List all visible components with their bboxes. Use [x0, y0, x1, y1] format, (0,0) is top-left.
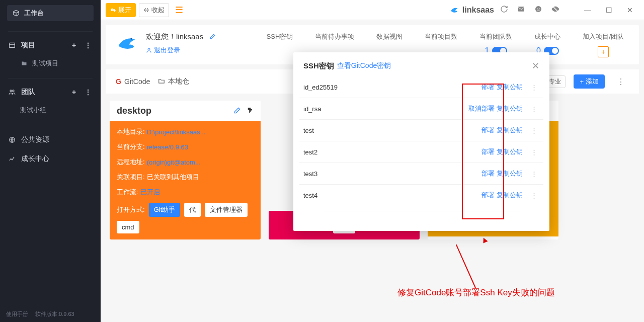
project-add-icon[interactable]: + — [69, 41, 78, 49]
sidebar-project[interactable]: 项目 + ⋮ — [0, 37, 101, 54]
deploy-action[interactable]: 部署 — [481, 147, 495, 156]
modal-close-icon[interactable]: ✕ — [532, 60, 539, 71]
stat-ssh[interactable]: SSH密钥 — [267, 32, 293, 57]
localrepo-label: 本地仓 — [168, 77, 189, 86]
version-label: 软件版本: — [35, 311, 59, 317]
sidebar-workbench[interactable]: 工作台 — [7, 5, 94, 21]
modal-link[interactable]: 查看GitCode密钥 — [337, 61, 391, 70]
card-remote[interactable]: (origin)git@atom... — [147, 158, 201, 166]
svg-point-6 — [537, 8, 537, 9]
plus-icon: + — [580, 78, 584, 86]
copy-action[interactable]: 复制公钥 — [497, 104, 523, 113]
svg-point-7 — [539, 8, 539, 9]
add-label: 添加 — [586, 77, 599, 86]
window-close[interactable]: ✕ — [621, 3, 639, 17]
svg-rect-4 — [518, 7, 524, 11]
logo-icon — [116, 32, 138, 54]
sidebar-growth[interactable]: 成长中心 — [0, 149, 101, 169]
card-edit-icon[interactable] — [233, 107, 241, 116]
ssh-key-row: test2部署复制公钥⋮ — [299, 141, 543, 163]
sidebar-project-label: 项目 — [21, 41, 35, 50]
sidebar-team-item[interactable]: 测试小组 — [0, 101, 101, 120]
folder-outline-icon — [158, 77, 165, 86]
annotation-arrow — [462, 240, 489, 288]
deploy-action[interactable]: 部署 — [481, 126, 495, 135]
chip-git-assist[interactable]: Git助手 — [149, 203, 181, 217]
tab-gitcode[interactable]: G GitCode — [116, 77, 150, 86]
open-label: 打开方式: — [117, 205, 145, 214]
eye-off-icon[interactable] — [548, 5, 562, 16]
sidebar-project-item-label: 测试项目 — [32, 59, 58, 68]
edit-name-icon[interactable] — [209, 33, 216, 41]
deploy-action[interactable]: 部署 — [481, 191, 495, 200]
key-more-icon[interactable]: ⋮ — [529, 148, 539, 156]
ssh-key-row: test部署复制公钥⋮ — [299, 120, 543, 141]
ssh-key-name: id_rsa — [303, 105, 321, 113]
menu-icon[interactable]: ☰ — [175, 5, 183, 16]
logout-label: 退出登录 — [154, 46, 180, 55]
main: 展开 收起 ☰ linksaas — [101, 0, 644, 322]
manual-link[interactable]: 使用手册 — [6, 310, 28, 318]
join-plus-button[interactable]: + — [598, 46, 609, 57]
deploy-action[interactable]: 取消部署 — [468, 104, 495, 113]
brand-text: linksaas — [462, 6, 494, 15]
ssh-key-row: test3部署复制公钥⋮ — [299, 163, 543, 185]
version-value: 0.9.63 — [59, 311, 74, 317]
tab-localrepo[interactable]: 本地仓 — [158, 77, 189, 86]
ssh-key-name: test3 — [303, 170, 317, 178]
copy-action[interactable]: 复制公钥 — [497, 126, 523, 135]
add-button[interactable]: + 添加 — [574, 74, 605, 89]
chip-cmd[interactable]: cmd — [117, 221, 139, 233]
chip-file-manager[interactable]: 文件管理器 — [205, 203, 248, 217]
svg-point-5 — [535, 6, 541, 12]
window-maximize[interactable]: ☐ — [600, 3, 618, 17]
copy-action[interactable]: 复制公钥 — [497, 83, 523, 92]
refresh-icon[interactable] — [497, 5, 511, 15]
mail-icon[interactable] — [514, 5, 528, 15]
svg-point-8 — [130, 38, 132, 40]
collapse-label: 收起 — [151, 6, 165, 15]
card-link: 已关联到其他项目 — [147, 173, 199, 182]
svg-rect-0 — [10, 43, 15, 47]
sidebar-public-res[interactable]: 公共资源 — [0, 130, 101, 149]
folder-icon — [20, 59, 28, 67]
card-paint-icon[interactable] — [246, 107, 254, 116]
toolbar-more-icon[interactable]: ⋮ — [613, 77, 629, 87]
key-more-icon[interactable]: ⋮ — [529, 84, 539, 91]
globe-icon — [8, 136, 16, 144]
expand-button[interactable]: 展开 — [106, 3, 136, 17]
stat-join: 加入项目/团队 + — [583, 32, 624, 57]
face-icon[interactable] — [531, 5, 545, 15]
logout-button[interactable]: 退出登录 — [146, 46, 180, 55]
card-workflow[interactable]: 已开启 — [140, 188, 160, 197]
key-more-icon[interactable]: ⋮ — [529, 170, 539, 178]
team-menu-icon[interactable]: ⋮ — [84, 88, 93, 96]
deploy-action[interactable]: 部署 — [481, 169, 495, 178]
brand: linksaas — [449, 5, 494, 15]
key-more-icon[interactable]: ⋮ — [529, 192, 539, 199]
chip-code[interactable]: 代 — [184, 203, 201, 217]
project-menu-icon[interactable]: ⋮ — [84, 41, 93, 49]
sidebar-team-item-label: 测试小组 — [20, 106, 46, 115]
key-more-icon[interactable]: ⋮ — [529, 127, 539, 134]
copy-action[interactable]: 复制公钥 — [497, 191, 523, 200]
svg-point-1 — [10, 90, 12, 92]
collapse-button[interactable]: 收起 — [139, 3, 169, 17]
repo-card-desktop: desktop 本地目录:D:\project\linksaas... 当前分支… — [110, 101, 261, 239]
deploy-action[interactable]: 部署 — [481, 83, 495, 92]
key-more-icon[interactable]: ⋮ — [529, 105, 539, 113]
team-add-icon[interactable]: + — [69, 88, 78, 96]
copy-action[interactable]: 复制公钥 — [497, 169, 523, 178]
copy-action[interactable]: 复制公钥 — [497, 147, 523, 156]
window-icon — [8, 41, 16, 49]
sidebar-team[interactable]: 团队 + ⋮ — [0, 84, 101, 101]
window-minimize[interactable]: — — [579, 3, 597, 17]
ssh-key-name: test2 — [303, 148, 317, 156]
sidebar-team-label: 团队 — [21, 88, 35, 97]
ssh-key-name: test4 — [303, 192, 317, 199]
sidebar-public-res-label: 公共资源 — [21, 135, 49, 144]
card-branch[interactable]: release/0.9.63 — [147, 143, 188, 151]
sidebar-project-item[interactable]: 测试项目 — [0, 54, 101, 73]
card-path[interactable]: D:\project\linksaas... — [147, 128, 206, 136]
cube-icon — [12, 9, 20, 17]
